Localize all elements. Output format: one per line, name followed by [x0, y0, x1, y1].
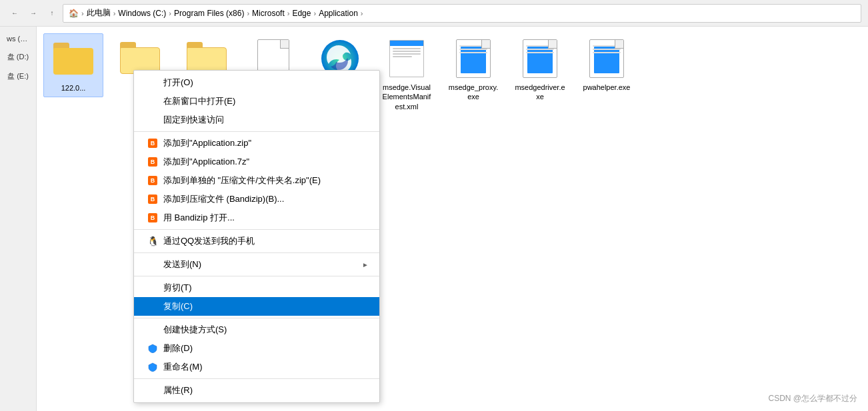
menu-item-add-bandizip[interactable]: B 添加到压缩文件 (Bandizip)(B)...: [134, 190, 379, 208]
proxy-icon: [452, 37, 495, 80]
breadcrumb-computer[interactable]: 此电脑: [87, 7, 111, 19]
menu-item-properties[interactable]: 属性(R): [134, 381, 379, 400]
up-button[interactable]: ↑: [44, 5, 60, 21]
menu-item-delete[interactable]: 删除(D): [134, 339, 379, 358]
sidebar-item-c[interactable]: ws (C:): [3, 32, 33, 45]
menu-item-copy[interactable]: 复制(C): [134, 297, 379, 316]
separator-6: [134, 378, 379, 379]
breadcrumb[interactable]: 🏠 › 此电脑 › Windows (C:) › Program Files (…: [63, 4, 861, 23]
file-area: 122.0...: [37, 27, 868, 411]
driver-icon: [519, 37, 561, 80]
breadcrumb-microsoft[interactable]: Microsoft: [252, 9, 285, 18]
watermark: CSDN @怎么学都不过分: [768, 393, 857, 404]
file-label-visual-elem: msedge.VisualElementsManifest.xml: [381, 83, 433, 111]
copy-icon: [147, 301, 158, 312]
new-window-icon: [147, 96, 158, 107]
separator-3: [134, 252, 379, 253]
context-menu: 打开(O) 在新窗口中打开(E) 固定到快速访问 B 添加到"Applicati…: [133, 70, 380, 403]
bandizip-icon-3: B: [147, 175, 158, 186]
rename-shield-icon: [147, 362, 158, 372]
send-to-icon: [147, 259, 158, 270]
menu-item-cut[interactable]: 剪切(T): [134, 278, 379, 297]
menu-item-open[interactable]: 打开(O): [134, 73, 379, 92]
pwahelper-icon: [585, 37, 628, 80]
file-label-pwahelper: pwahelper.exe: [583, 83, 631, 92]
shortcut-icon: [147, 324, 158, 335]
separator-2: [134, 229, 379, 230]
menu-item-send-to[interactable]: 发送到(N) ►: [134, 255, 379, 274]
sidebar-item-d[interactable]: 盘 (D:): [3, 49, 33, 65]
pin-icon: [147, 115, 158, 125]
menu-item-add-7z[interactable]: B 添加到"Application.7z": [134, 153, 379, 171]
menu-item-pin-quick[interactable]: 固定到快速访问: [134, 111, 379, 129]
separator-5: [134, 318, 379, 318]
menu-item-create-shortcut[interactable]: 创建快捷方式(S): [134, 320, 379, 339]
file-item-pwahelper[interactable]: pwahelper.exe: [577, 33, 637, 96]
folder-icon-1: [52, 38, 95, 81]
menu-item-rename[interactable]: 重命名(M): [134, 358, 379, 376]
file-item-driver[interactable]: msedgedriver.exe: [510, 33, 570, 106]
qq-icon: 🐧: [147, 236, 158, 246]
open-icon: [147, 77, 158, 88]
menu-item-add-zip[interactable]: B 添加到"Application.zip": [134, 134, 379, 153]
file-label-proxy: msedge_proxy.exe: [447, 83, 499, 102]
file-item-proxy[interactable]: msedge_proxy.exe: [443, 33, 503, 106]
bandizip-icon-1: B: [147, 138, 158, 149]
breadcrumb-home[interactable]: 🏠: [69, 9, 79, 18]
main-layout: ws (C:) 盘 (D:) 盘 (E:) 122.0...: [0, 27, 868, 411]
bandizip-icon-5: B: [147, 212, 158, 223]
menu-item-open-new-window[interactable]: 在新窗口中打开(E): [134, 92, 379, 111]
properties-icon: [147, 385, 158, 396]
breadcrumb-programfiles[interactable]: Program Files (x86): [174, 9, 244, 18]
menu-item-add-single[interactable]: B 添加到单独的 "压缩文件/文件夹名.zip"(E): [134, 171, 379, 190]
visual-elem-icon: [385, 37, 428, 80]
separator-4: [134, 276, 379, 276]
cut-icon: [147, 282, 158, 293]
menu-item-send-qq[interactable]: 🐧 通过QQ发送到我的手机: [134, 232, 379, 250]
file-item-visual-elem[interactable]: msedge.VisualElementsManifest.xml: [377, 33, 437, 115]
breadcrumb-edge[interactable]: Edge: [292, 9, 311, 18]
menu-item-open-bandizip[interactable]: B 用 Bandizip 打开...: [134, 208, 379, 227]
bandizip-icon-2: B: [147, 157, 158, 167]
delete-shield-icon: [147, 343, 158, 354]
forward-button[interactable]: →: [25, 5, 41, 21]
breadcrumb-application[interactable]: Application: [319, 9, 358, 18]
send-to-arrow: ►: [362, 261, 369, 268]
file-label-driver: msedgedriver.exe: [514, 83, 566, 102]
sidebar: ws (C:) 盘 (D:) 盘 (E:): [0, 27, 37, 411]
address-bar: ← → ↑ 🏠 › 此电脑 › Windows (C:) › Program F…: [0, 0, 868, 27]
back-button[interactable]: ←: [7, 5, 23, 21]
sidebar-item-e[interactable]: 盘 (E:): [3, 69, 33, 84]
file-label-folder1: 122.0...: [61, 83, 86, 93]
separator-1: [134, 131, 379, 132]
file-item-folder1[interactable]: 122.0...: [43, 33, 103, 97]
breadcrumb-c[interactable]: Windows (C:): [118, 9, 166, 18]
bandizip-icon-4: B: [147, 194, 158, 205]
